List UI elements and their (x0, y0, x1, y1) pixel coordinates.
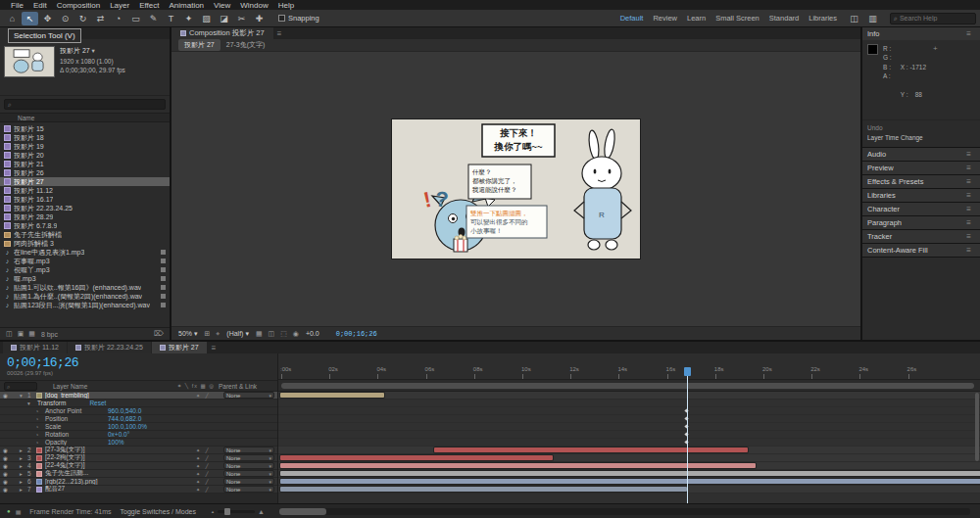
project-item[interactable]: ♪在line中遇見表演1.mp3 (0, 248, 170, 257)
menu-layer[interactable]: Layer (105, 1, 134, 10)
parent-link-dropdown[interactable]: None▾ (223, 447, 274, 453)
track-row[interactable] (278, 447, 980, 454)
layer-switches[interactable]: ✦ ╱ (196, 463, 223, 469)
viewer-timecode[interactable]: 0;00;16;26 (336, 330, 377, 338)
property-value[interactable]: 744.0,682.0 (108, 415, 141, 422)
project-item[interactable]: 投影片 18 (0, 133, 170, 142)
parent-link-dropdown[interactable]: None▾ (223, 478, 274, 485)
help-search[interactable]: ⌕ (890, 13, 976, 24)
rotation-tool[interactable]: ◔ (110, 12, 126, 25)
menu-help[interactable]: Help (273, 1, 299, 10)
eye-icon[interactable]: ◉ (0, 455, 20, 461)
layer-row[interactable]: ◉▸4[22-4兔(文字)]✦ ╱None▾ (0, 462, 277, 470)
menu-effect[interactable]: Effect (134, 1, 164, 10)
project-item[interactable]: 投影片 15 (0, 124, 170, 133)
panel-menu-icon[interactable]: ≡ (962, 218, 975, 227)
track-row[interactable] (278, 470, 980, 478)
layer-color-swatch[interactable] (36, 479, 42, 485)
breadcrumb-layer[interactable]: 27-3兔(文字) (226, 40, 266, 50)
layer-switches[interactable]: ✦ ╱ (196, 393, 223, 399)
panel-menu-icon[interactable]: ≡ (962, 191, 975, 200)
exposure-value[interactable]: +0.0 (306, 330, 319, 337)
type-tool[interactable]: T (163, 12, 179, 25)
clone-stamp-tool[interactable]: ▨ (198, 12, 215, 25)
eye-icon[interactable]: ◉ (0, 447, 20, 453)
layer-switches[interactable]: ✦ ╱ (196, 479, 223, 485)
checkbox-icon[interactable] (278, 15, 285, 22)
new-folder-icon[interactable]: ▣ (18, 330, 24, 338)
zoom-out-icon[interactable]: ▲ (211, 509, 215, 514)
scrollbar-thumb[interactable] (279, 508, 326, 515)
layer-row[interactable]: ◉▸3[22-2狗(文字)]✦ ╱None▾ (0, 454, 277, 462)
layer-row[interactable]: ◉▸6[rgb(22...213).png]✦ ╱None▾ (0, 478, 277, 486)
expander-icon[interactable]: ▸ (20, 463, 27, 469)
panel-menu-icon[interactable]: ≡ (273, 29, 286, 38)
project-item[interactable]: 兔子先生拆解檔 (0, 230, 170, 239)
transparency-grid-icon[interactable]: ⬚ (280, 330, 287, 338)
layer-duration-bar[interactable] (280, 487, 687, 492)
layer-name[interactable]: 兔子先生訊聽... (45, 470, 196, 478)
project-item[interactable]: ♪右事喔.mp3 (0, 257, 170, 265)
chevron-down-icon[interactable]: ▾ (92, 47, 95, 54)
playhead-handle[interactable] (684, 367, 691, 376)
resolution-select[interactable]: (Half) ▾ (226, 330, 249, 338)
project-search[interactable]: ⌕ (4, 99, 166, 110)
project-item[interactable]: 投影片 22.23.24.25 (0, 204, 170, 212)
layer-name[interactable]: [22-4兔(文字)] (45, 462, 196, 470)
property-row[interactable]: ◔Scale100.0,100.0% (0, 423, 277, 431)
zoom-slider[interactable] (218, 510, 255, 513)
menu-view[interactable]: View (209, 1, 235, 10)
panel-tracker[interactable]: Tracker≡ (862, 230, 980, 243)
work-area-bar[interactable] (281, 383, 974, 389)
panel-preview[interactable]: Preview≡ (862, 162, 980, 174)
project-item[interactable]: 投影片 16.17 (0, 195, 170, 204)
info-panel-header[interactable]: Info ≡ (862, 27, 980, 40)
property-row[interactable]: ◔Opacity100% (0, 439, 277, 447)
property-value[interactable]: 100.0,100.0% (108, 423, 147, 430)
project-item[interactable]: 投影片 11.12 (0, 186, 170, 195)
eye-icon[interactable]: ◉ (0, 463, 20, 469)
brush-tool[interactable]: ✦ (180, 12, 197, 25)
layer-row[interactable]: ◉▸7配音27✦ ╱None▾ (0, 486, 277, 494)
track-row[interactable] (278, 400, 980, 407)
panel-menu-icon[interactable]: ≡ (962, 246, 975, 255)
workspace-libraries[interactable]: Libraries (808, 14, 837, 23)
snapping-checkbox[interactable]: Snapping (278, 14, 319, 23)
project-item[interactable]: 阿肉拆解檔 3 (0, 239, 170, 248)
layer-name[interactable]: [dog_trembling] (45, 392, 196, 399)
reset-link[interactable]: Reset (89, 400, 106, 406)
property-value[interactable]: 0x+0.0° (108, 431, 129, 438)
layer-row[interactable]: ◉▾1[dog_trembling]✦ ╱None▾ (0, 392, 277, 400)
pen-tool[interactable]: ✎ (145, 12, 162, 25)
panel-content-aware-fill[interactable]: Content-Aware Fill≡ (862, 244, 980, 257)
puppet-pin-tool[interactable]: ✚ (251, 12, 268, 25)
project-item[interactable]: 投影片 21 (0, 160, 170, 168)
mask-mode-icon[interactable]: ◫ (846, 12, 862, 25)
layer-switches[interactable]: ✦ ╱ (196, 471, 223, 477)
orbit-camera-tool[interactable]: ↻ (74, 12, 91, 25)
layer-duration-bar[interactable] (434, 447, 748, 452)
panel-menu-icon[interactable]: ≡ (962, 232, 975, 241)
project-item[interactable]: ♪視喔丫.mp3 (0, 265, 170, 274)
eraser-tool[interactable]: ◪ (216, 12, 232, 25)
eye-icon[interactable]: ◉ (0, 479, 20, 485)
menu-edit[interactable]: Edit (28, 1, 52, 10)
layer-color-swatch[interactable] (36, 487, 42, 493)
pan-behind-tool[interactable]: ⇄ (92, 12, 109, 25)
layer-switches[interactable]: ✦ ╱ (196, 447, 223, 453)
expander-icon[interactable]: ▸ (20, 471, 27, 477)
current-timecode[interactable]: 0;00;16;26 (7, 355, 270, 370)
layer-name-column[interactable]: Layer Name (53, 383, 87, 390)
home-tool[interactable]: ⌂ (4, 12, 21, 25)
track-row[interactable] (278, 478, 980, 486)
stopwatch-icon[interactable]: ◔ (35, 408, 43, 414)
trash-icon[interactable]: ⌦ (154, 330, 164, 338)
project-item[interactable]: ♪貼圖123段日...演(簡報第1回)(enhanced).wav (0, 301, 170, 309)
track-row[interactable] (278, 423, 980, 431)
panel-menu-icon[interactable]: ≡ (962, 164, 975, 172)
roto-brush-tool[interactable]: ✂ (233, 12, 250, 25)
workspace-default[interactable]: Default (620, 14, 644, 23)
panel-menu-icon[interactable]: ≡ (962, 150, 975, 159)
timeline-zoom-control[interactable]: ▲ ▲ (211, 508, 265, 515)
menu-file[interactable]: File (6, 1, 28, 10)
